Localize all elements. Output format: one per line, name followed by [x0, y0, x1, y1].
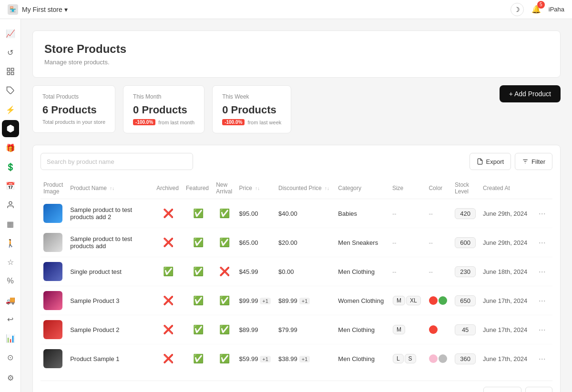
color-dot [439, 296, 447, 305]
more-actions-button[interactable]: ··· [536, 208, 549, 220]
product-colors [426, 344, 452, 373]
sidebar-item-cube[interactable]: 🎁 [2, 139, 19, 156]
more-actions-button[interactable]: ··· [536, 237, 549, 249]
product-sizes: -- [389, 257, 426, 286]
product-created-at: June 17th, 2024 [480, 286, 533, 315]
sidebar-item-calendar[interactable]: 📅 [2, 177, 19, 194]
table-container: Export Filter ProductImage Product Name … [32, 145, 561, 392]
sidebar-item-refresh[interactable]: ↺ [2, 44, 19, 61]
more-actions-button[interactable]: ··· [536, 266, 549, 278]
size-badge: M [393, 325, 405, 334]
product-image [43, 320, 62, 339]
more-actions-button[interactable]: ··· [536, 353, 549, 365]
col-featured: Featured [183, 178, 213, 199]
sidebar-item-person[interactable]: 🚶 [2, 234, 19, 251]
add-product-button[interactable]: + Add Product [500, 85, 561, 102]
check-icon: ✅ [219, 354, 230, 363]
size-badge: L [393, 354, 404, 363]
table-header-row: ProductImage Product Name ↑↓ Archived Fe… [41, 178, 552, 199]
col-category: Category [335, 178, 389, 199]
cross-icon: ❌ [219, 267, 230, 276]
cross-icon: ❌ [163, 325, 174, 334]
product-category: Women Clothing [335, 286, 389, 315]
product-discounted-price: $40.00 [276, 199, 335, 228]
store-selector[interactable]: My First store ▾ [22, 6, 68, 13]
price-extra-badge: +1 [260, 356, 271, 362]
product-actions: ··· [533, 257, 552, 286]
product-created-at: June 17th, 2024 [480, 315, 533, 344]
sidebar-item-chart[interactable]: 📈 [2, 25, 19, 42]
sidebar-item-products[interactable] [2, 120, 19, 137]
sidebar-item-tag[interactable] [2, 82, 19, 99]
sidebar-item-undo[interactable]: ↩ [2, 311, 19, 328]
sidebar-item-percent[interactable]: % [2, 272, 19, 290]
sidebar-item-dollar[interactable]: 💲 [2, 158, 19, 175]
stat-month-value: 0 Products [133, 104, 194, 116]
col-created-at: Created At [480, 178, 533, 199]
more-actions-button[interactable]: ··· [536, 324, 549, 336]
sidebar-item-truck[interactable]: 🚚 [2, 291, 19, 309]
next-button[interactable]: Next [525, 387, 552, 392]
product-price: $65.00 [236, 228, 276, 257]
product-stock: 420 [452, 199, 480, 228]
topbar: 🏪 My First store ▾ ☽ 🔔 5 iPaha [0, 0, 572, 19]
sidebar-item-star[interactable]: ☆ [2, 253, 19, 271]
product-actions: ··· [533, 199, 552, 228]
product-price: $45.99 [236, 257, 276, 286]
sidebar: 📈 ↺ ⚡ 🎁 💲 📅 ▦ 🚶 ☆ % 🚚 ↩ 📊 ⊙ ⚙ [0, 19, 21, 392]
col-discounted-price[interactable]: Discounted Price ↑↓ [276, 178, 335, 199]
stat-total-footer: Total products in your store [42, 119, 105, 125]
sidebar-item-grid[interactable]: ▦ [2, 215, 19, 232]
product-image [43, 349, 62, 368]
sidebar-item-lightning[interactable]: ⚡ [2, 101, 19, 118]
stat-week-label: This Week [222, 93, 281, 100]
table-row: Sample product to test products add 2❌✅✅… [41, 199, 552, 228]
sidebar-item-settings[interactable]: ⚙ [2, 369, 19, 386]
sidebar-item-users[interactable] [2, 196, 19, 213]
previous-button[interactable]: Previous [483, 387, 522, 392]
product-stock: 45 [452, 315, 480, 344]
product-stock: 230 [452, 257, 480, 286]
topbar-left: 🏪 My First store ▾ [8, 4, 68, 15]
product-stock: 600 [452, 228, 480, 257]
table-toolbar: Export Filter [41, 153, 552, 170]
product-sizes: MXL [389, 286, 426, 315]
color-dot [429, 296, 438, 305]
notifications-button[interactable]: 🔔 5 [530, 3, 543, 16]
stat-week-badge: -100.0% [222, 119, 245, 125]
color-dot [429, 354, 438, 363]
sidebar-item-layers[interactable] [2, 63, 19, 80]
product-created-at: June 18th, 2024 [480, 257, 533, 286]
notification-badge: 5 [537, 1, 545, 9]
col-price[interactable]: Price ↑↓ [236, 178, 276, 199]
sidebar-item-ring[interactable]: ⊙ [2, 349, 19, 366]
product-name: Sample Product 3 [70, 297, 146, 304]
product-image [43, 233, 62, 252]
stat-month-label: This Month [133, 93, 194, 100]
dropdown-icon: ▾ [64, 6, 68, 13]
search-input[interactable] [41, 153, 193, 170]
toolbar-right: Export Filter [470, 153, 552, 170]
pagination: Previous Next [41, 381, 552, 392]
col-archived: Archived [153, 178, 183, 199]
main-content: Store Products Manage store products. To… [21, 19, 572, 392]
export-button[interactable]: Export [470, 153, 511, 170]
more-actions-button[interactable]: ··· [536, 295, 549, 307]
product-new-arrival: ❌ [213, 257, 236, 286]
stat-total-label: Total Products [42, 93, 105, 100]
check-icon: ✅ [219, 296, 230, 305]
stat-total-products: Total Products 6 Products Total products… [32, 85, 115, 133]
stat-this-week: This Week 0 Products -100.0% from last w… [212, 85, 291, 133]
check-icon: ✅ [193, 325, 204, 334]
size-badge: S [405, 354, 416, 363]
filter-button[interactable]: Filter [515, 153, 552, 170]
table-row: Product Sample 1❌✅✅$59.99+1$38.99+1Men C… [41, 344, 552, 373]
product-colors: -- [426, 257, 452, 286]
sidebar-item-analytics[interactable]: 📊 [2, 330, 19, 347]
product-featured: ✅ [183, 315, 213, 344]
col-color: Color [426, 178, 452, 199]
theme-toggle-button[interactable]: ☽ [511, 3, 524, 16]
table-row: Single product test✅✅❌$45.99$0.00Men Clo… [41, 257, 552, 286]
export-label: Export [486, 158, 504, 165]
col-name[interactable]: Product Name ↑↓ [67, 178, 153, 199]
